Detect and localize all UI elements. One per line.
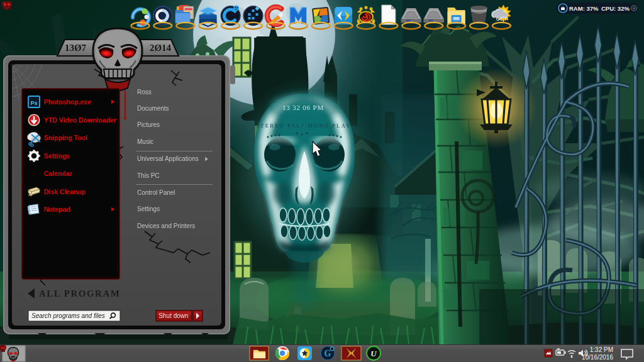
svg-text:64°F: 64°F xyxy=(496,16,509,22)
svg-text:CPU: 32%: CPU: 32% xyxy=(601,5,630,12)
svg-text:13 32 06 PM: 13 32 06 PM xyxy=(282,104,324,111)
svg-text:G: G xyxy=(325,349,331,358)
svg-text:U: U xyxy=(370,349,377,358)
svg-text:RAM: 37%: RAM: 37% xyxy=(569,5,599,12)
svg-text:10/16/2016: 10/16/2016 xyxy=(582,354,613,361)
svg-text:1:32 PM: 1:32 PM xyxy=(590,346,613,353)
svg-text:STEREO PAL? MONO PLAY: STEREO PAL? MONO PLAY xyxy=(256,123,351,129)
